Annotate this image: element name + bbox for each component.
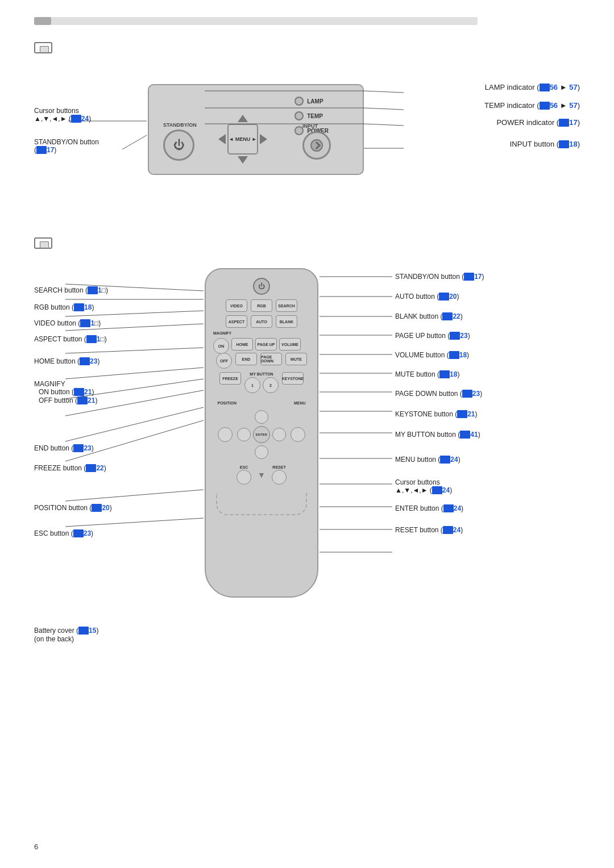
temp-indicator-annotation: TEMP indicator (56 ► 57) [484, 101, 580, 110]
top-panel-diagram: LAMP TEMP POWER STANDBY/ON ⏻ [34, 67, 580, 215]
menu-remote-label: MENU [294, 401, 306, 405]
aspect-button[interactable]: ASPECT [226, 315, 247, 328]
nav-right-button[interactable] [272, 428, 286, 441]
lamp-book [540, 84, 550, 91]
page-up-ann: PAGE UP button (23) [395, 332, 470, 340]
enter-button[interactable]: ENTER [253, 426, 270, 443]
nav-up-button[interactable] [255, 410, 268, 424]
standby-on-label: STANDBY/ON button [34, 138, 99, 146]
menu-remote-button[interactable] [291, 427, 305, 442]
my-button-label: MY BUTTON [250, 372, 273, 376]
page-number: 6 [34, 842, 38, 851]
reset-ann: RESET button (24) [395, 526, 463, 535]
magnify-off-button[interactable]: OFF [216, 353, 232, 369]
nav-row: ENTER [218, 406, 305, 463]
page-down-button[interactable]: PAGE DOWN [260, 353, 282, 365]
mute-book [439, 370, 450, 378]
freeze-book [86, 464, 96, 472]
freeze-button[interactable]: FREEZE [219, 372, 241, 385]
remote-diagram: ⏻ VIDEO RGB SEARCH ASPECT AUTO BLANK MAG… [34, 262, 580, 660]
led-lamp [294, 97, 304, 106]
video-ann: VIDEO button (1□) [34, 319, 101, 328]
my-button-2[interactable]: 2 [263, 377, 279, 393]
remote-row-1: VIDEO RGB SEARCH [226, 299, 297, 312]
keystone-button[interactable]: KEYSTONE [282, 372, 304, 385]
power-book [559, 119, 569, 127]
remote-row-5: FREEZE MY BUTTON 1 2 KEYSTONE [219, 372, 304, 393]
blank-ann: BLANK button (22) [395, 312, 463, 321]
magnify-off-book [77, 397, 88, 404]
magnify-ann: MAGNIFY ON button (21) OFF button (21) [34, 380, 97, 405]
blank-book [442, 312, 453, 320]
position-ann: POSITION button (20) [34, 504, 112, 512]
standby-on-proj-label: STANDBY/ON [163, 122, 197, 128]
position-button[interactable] [218, 427, 233, 442]
magnify-title: MAGNIFY [34, 380, 97, 388]
standby-on-book [464, 273, 474, 281]
standby-book-icon [36, 146, 47, 154]
mute-ann: MUTE button (18) [395, 370, 459, 379]
input-button[interactable] [302, 131, 331, 160]
keystone-ann: KEYSTONE button (21) [395, 410, 478, 419]
end-button[interactable]: END [235, 353, 257, 365]
search-button[interactable]: SEARCH [276, 299, 297, 312]
menu-center-text: ◄ MENU ► [229, 136, 256, 142]
pos-menu-labels: POSITION MENU [218, 401, 306, 405]
volume-button[interactable]: VOLUME [279, 338, 301, 350]
magnify-on-button[interactable]: ON [213, 338, 229, 354]
standby-on-button[interactable]: ⏻ [163, 130, 194, 161]
page-up-button[interactable]: PAGE UP [255, 338, 277, 350]
remote-section: ⏻ VIDEO RGB SEARCH ASPECT AUTO BLANK MAG… [34, 237, 580, 660]
esc-label: ESC [240, 465, 248, 469]
cursor-buttons-annotation: Cursor buttons ▲,▼,◄,► (24) [34, 107, 91, 123]
battery-cover [216, 493, 307, 515]
cursor-book-icon [71, 115, 81, 123]
svg-line-21 [65, 518, 204, 527]
svg-line-5 [364, 124, 404, 126]
blank-button[interactable]: BLANK [276, 315, 297, 328]
proj-menu-area: ◄ MENU ► [217, 114, 268, 165]
cursor-buttons-text: ▲,▼,◄,► (24) [34, 115, 91, 123]
auto-ann: AUTO button (20) [395, 293, 459, 301]
nav-down-button[interactable] [255, 445, 268, 459]
cursor-buttons-label: Cursor buttons [34, 107, 91, 115]
input-book [559, 140, 569, 148]
page-down-ann: PAGE DOWN button (23) [395, 390, 482, 398]
battery-cover-annotation: Battery cover (15) (on the back) [34, 627, 98, 643]
my-button-1[interactable]: 1 [244, 377, 260, 393]
reset-button[interactable] [272, 470, 287, 485]
battery-book [78, 627, 89, 635]
progress-bar [34, 17, 478, 25]
svg-line-20 [65, 490, 204, 501]
search-book [88, 286, 98, 294]
home-book [80, 357, 90, 365]
led-temp-label: TEMP [307, 113, 323, 119]
nav-down-triangle: ▼ [255, 468, 268, 482]
nav-left-button[interactable] [237, 428, 251, 441]
home-button[interactable]: HOME [231, 338, 253, 350]
auto-button[interactable]: AUTO [251, 315, 272, 328]
remote-row-2: ASPECT AUTO BLANK [226, 315, 297, 328]
projector-top-body: LAMP TEMP POWER STANDBY/ON ⏻ [148, 84, 364, 175]
svg-line-14 [65, 348, 204, 353]
remote-row-3-container: MAGNIFY ON HOME PAGE UP VOLUME [213, 331, 310, 350]
power-indicator-label: POWER indicator (17) [496, 118, 580, 127]
rgb-button[interactable]: RGB [251, 299, 272, 312]
my-button-ann: MY BUTTON button (41) [395, 431, 480, 439]
input-button-label: INPUT button (18) [510, 140, 580, 148]
video-button[interactable]: VIDEO [226, 299, 247, 312]
menu-arrow-up [238, 115, 248, 122]
enter-book [443, 504, 454, 512]
page-container: LAMP TEMP POWER STANDBY/ON ⏻ [0, 0, 614, 868]
cursor-ann-remote: Cursor buttons▲,▼,◄,► (24) [395, 478, 452, 495]
menu-center-button[interactable]: ◄ MENU ► [227, 124, 258, 155]
remote-body: ⏻ VIDEO RGB SEARCH ASPECT AUTO BLANK MAG… [205, 268, 318, 598]
standby-on-ref: (17) [34, 146, 99, 155]
mute-button[interactable]: MUTE [285, 353, 307, 365]
standby-ref-num: 17 [47, 146, 54, 154]
esc-button[interactable] [237, 470, 251, 485]
end-book [73, 444, 84, 452]
proj-input-area: INPUT [302, 123, 331, 160]
remote-standby-button[interactable]: ⏻ [253, 278, 270, 295]
volume-book [449, 351, 459, 359]
